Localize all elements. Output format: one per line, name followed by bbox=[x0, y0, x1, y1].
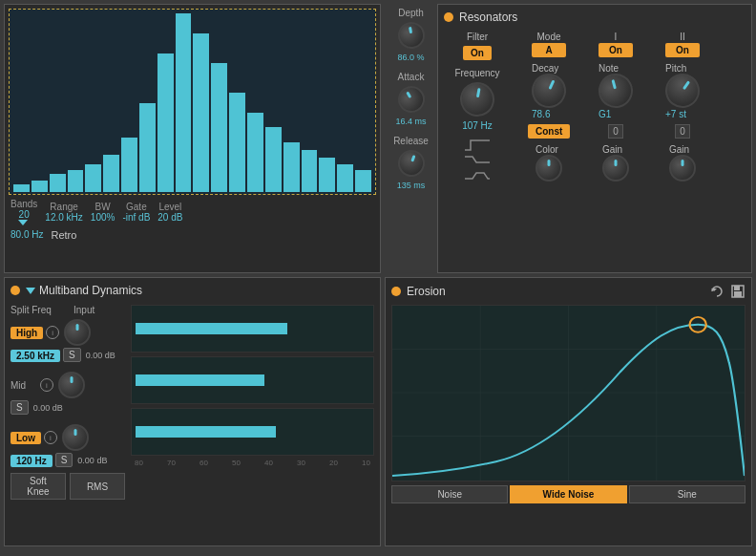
eq-bar bbox=[247, 113, 263, 192]
frequency-value: 107 Hz bbox=[462, 120, 493, 131]
filter-column: Filter On Frequency 107 Hz bbox=[444, 32, 511, 184]
pitch-area: Pitch +7 st bbox=[665, 62, 700, 119]
attack-label: Attack bbox=[398, 72, 425, 82]
resonator-ii-column: II On Pitch +7 st 0 Gain bbox=[654, 32, 711, 184]
sine-button[interactable]: Sine bbox=[629, 485, 746, 503]
high-bar-fill bbox=[136, 323, 287, 334]
gain-ii-value-display[interactable]: 0 bbox=[675, 124, 690, 139]
filter-on-button[interactable]: On bbox=[463, 46, 492, 60]
frequency-label: Frequency bbox=[454, 68, 499, 78]
eq-bar bbox=[158, 53, 174, 192]
mode-a-button[interactable]: A bbox=[532, 43, 566, 57]
high-info-icon[interactable]: i bbox=[46, 326, 59, 339]
scale-10: 10 bbox=[362, 459, 370, 467]
multiband-chevron-icon[interactable] bbox=[26, 288, 35, 294]
high-freq-button[interactable]: 2.50 kHz bbox=[10, 350, 60, 362]
eq-bar bbox=[193, 33, 209, 192]
low-freq-button[interactable]: 120 Hz bbox=[10, 455, 52, 467]
gain-i-value-display[interactable]: 0 bbox=[608, 124, 623, 139]
bar-scale: 80 70 60 50 40 30 20 10 bbox=[131, 456, 374, 467]
mid-s-button[interactable]: S bbox=[10, 400, 29, 415]
erosion-icons bbox=[709, 284, 746, 299]
soft-knee-button[interactable]: Soft Knee bbox=[10, 473, 66, 500]
eq-bar bbox=[50, 174, 66, 192]
mid-input-knob[interactable] bbox=[58, 372, 85, 398]
retro-button[interactable]: Retro bbox=[51, 229, 76, 241]
eq-display[interactable] bbox=[9, 9, 376, 195]
decay-value: 78.6 bbox=[532, 109, 550, 119]
erosion-mode-buttons: Noise Wide Noise Sine bbox=[391, 485, 746, 503]
frequency-knob[interactable] bbox=[457, 79, 497, 119]
eq-footer: Bands 20 Range 12.0 kHz BW 100% Gate -in… bbox=[9, 195, 376, 229]
eq-bar bbox=[229, 93, 245, 192]
erosion-save-icon[interactable] bbox=[730, 284, 746, 299]
svg-rect-3 bbox=[734, 286, 740, 290]
bw-value: 100% bbox=[91, 212, 116, 223]
i-on-button[interactable]: On bbox=[598, 43, 633, 57]
level-value: 20 dB bbox=[158, 212, 182, 223]
wide-noise-button[interactable]: Wide Noise bbox=[510, 485, 626, 503]
mode-label: Mode bbox=[536, 32, 560, 42]
low-button[interactable]: Low bbox=[10, 432, 41, 444]
release-value: 135 ms bbox=[397, 181, 426, 190]
scale-60: 60 bbox=[200, 459, 208, 467]
noise-button[interactable]: Noise bbox=[391, 485, 508, 503]
eq-bar bbox=[265, 127, 282, 192]
high-button[interactable]: High bbox=[10, 327, 43, 339]
low-s-button[interactable]: S bbox=[55, 453, 74, 467]
scale-50: 50 bbox=[232, 459, 241, 467]
eq-bar bbox=[68, 170, 84, 192]
eq-bar bbox=[211, 63, 227, 192]
gain-i-area: Gain bbox=[602, 143, 629, 182]
attack-knob[interactable] bbox=[392, 81, 429, 118]
note-knob[interactable] bbox=[595, 70, 637, 112]
depth-label: Depth bbox=[398, 8, 424, 18]
eq-bar bbox=[13, 184, 30, 192]
release-label: Release bbox=[393, 136, 429, 146]
high-input-knob[interactable] bbox=[64, 319, 91, 346]
gain-i-knob[interactable] bbox=[602, 155, 629, 182]
high-s-button[interactable]: S bbox=[63, 348, 81, 362]
gain-ii-knob[interactable] bbox=[669, 155, 696, 182]
color-area: Color bbox=[536, 143, 562, 182]
split-freq-section: Split Freq Input High i 2.50 kHz S bbox=[10, 305, 125, 500]
eq-bar bbox=[32, 181, 48, 192]
erosion-refresh-icon[interactable] bbox=[709, 284, 724, 299]
bands-chevron-icon[interactable] bbox=[18, 220, 28, 225]
pitch-knob[interactable] bbox=[659, 67, 706, 115]
bottom-buttons: Soft Knee RMS bbox=[10, 473, 125, 500]
gain-ii-area: Gain bbox=[669, 143, 696, 182]
resonator-i-column: I On Note G1 0 Gain bbox=[587, 32, 644, 184]
filter-shape-2[interactable] bbox=[463, 155, 492, 168]
high-input-value: 0.00 dB bbox=[86, 351, 116, 360]
mid-info-icon[interactable]: i bbox=[40, 378, 53, 392]
attack-value: 16.4 ms bbox=[395, 117, 426, 126]
filter-shape-1[interactable] bbox=[463, 139, 492, 152]
input-header-label: Input bbox=[74, 305, 94, 315]
note-value: G1 bbox=[598, 109, 611, 119]
ii-on-button[interactable]: On bbox=[665, 43, 700, 57]
low-info-icon[interactable]: i bbox=[44, 431, 57, 444]
decay-knob[interactable] bbox=[526, 68, 572, 114]
depth-knob[interactable] bbox=[395, 20, 426, 51]
color-knob[interactable] bbox=[536, 155, 562, 182]
erosion-dot bbox=[391, 287, 401, 296]
const-button[interactable]: Const bbox=[528, 124, 570, 139]
scale-70: 70 bbox=[167, 459, 176, 467]
pitch-label: Pitch bbox=[665, 63, 686, 74]
high-bar-row bbox=[131, 305, 374, 353]
scale-40: 40 bbox=[264, 459, 273, 467]
bands-label: Bands bbox=[10, 199, 37, 209]
erosion-curve-svg bbox=[392, 306, 745, 481]
rms-button[interactable]: RMS bbox=[70, 473, 125, 500]
low-bar-row bbox=[131, 408, 374, 456]
level-label: Level bbox=[158, 202, 181, 212]
filter-shape-3[interactable] bbox=[463, 171, 492, 184]
range-value: 12.0 kHz bbox=[45, 212, 82, 223]
erosion-display[interactable] bbox=[391, 305, 746, 481]
low-input-knob[interactable] bbox=[62, 424, 89, 451]
release-knob[interactable] bbox=[394, 146, 429, 181]
multiband-title-area: Multiband Dynamics bbox=[26, 284, 142, 297]
resonators-dot bbox=[444, 12, 453, 22]
high-band-section: High i 2.50 kHz S 0.00 dB bbox=[10, 319, 125, 362]
